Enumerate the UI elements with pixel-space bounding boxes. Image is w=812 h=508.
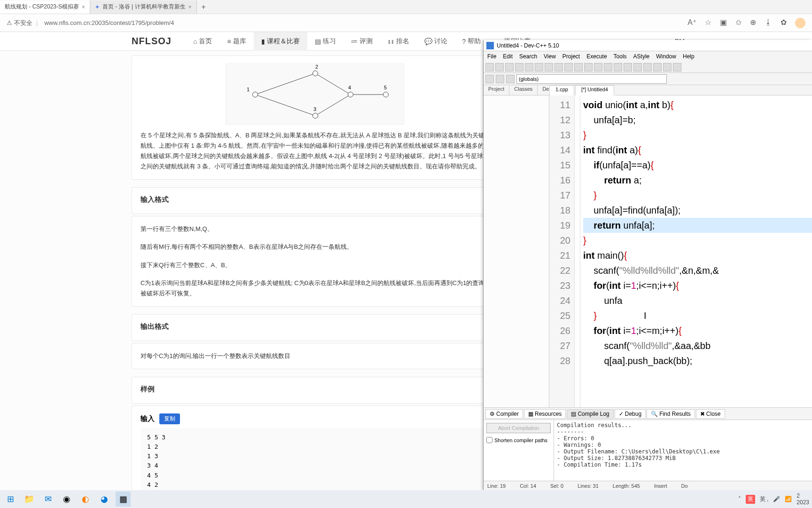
file-tab-0[interactable]: 1.cpp xyxy=(549,85,574,95)
insecure-label: 不安全 xyxy=(14,19,32,27)
system-tray[interactable]: ˄ 英 英 , 🎤 📶 22023 xyxy=(738,492,809,506)
toolbar-button[interactable] xyxy=(604,63,612,71)
toolbar-button[interactable] xyxy=(663,63,671,71)
abort-button[interactable]: Abort Compilation xyxy=(486,423,551,433)
toolbar-button[interactable] xyxy=(574,63,583,71)
star-icon[interactable]: ☆ xyxy=(705,18,711,28)
tab-title: 首页 - 洛谷 | 计算机科学教育新生 xyxy=(102,3,185,11)
toolbar-button[interactable] xyxy=(485,63,494,71)
toolbar-button[interactable] xyxy=(633,63,642,71)
menu-view[interactable]: View xyxy=(544,53,556,60)
toolbar-button[interactable] xyxy=(515,63,523,71)
titlebar[interactable]: Untitled4 - Dev-C++ 5.10 xyxy=(484,40,812,51)
mail-icon[interactable]: ✉ xyxy=(40,492,55,507)
chrome-icon[interactable]: ◉ xyxy=(59,492,74,507)
close-icon[interactable]: × xyxy=(188,4,192,10)
explorer-icon[interactable]: 📁 xyxy=(22,492,37,507)
sidebar-icon[interactable]: ▣ xyxy=(720,18,727,28)
btab-debug[interactable]: ✓ Debug xyxy=(615,409,646,419)
nav-discuss[interactable]: 💬 讨论 xyxy=(417,32,455,51)
toolbar-button[interactable] xyxy=(614,63,622,71)
toolbar-button[interactable] xyxy=(496,75,504,83)
globals-combo[interactable]: (globals) xyxy=(516,74,667,84)
toolbar-button[interactable] xyxy=(495,63,504,71)
section-title: 输出格式 xyxy=(141,322,489,331)
section-title: 样例 xyxy=(141,385,489,394)
menu-search[interactable]: Search xyxy=(519,53,537,60)
btab-resources[interactable]: ▦ Resources xyxy=(524,409,566,419)
toolbar-button[interactable] xyxy=(643,63,652,71)
toolbar-button[interactable] xyxy=(653,63,662,71)
toolbar-button[interactable] xyxy=(564,63,573,71)
code-editor[interactable]: 111213141516171819202122232425262728 voi… xyxy=(549,95,812,407)
sample-card: 样例 xyxy=(132,377,498,404)
menu-project[interactable]: Project xyxy=(562,53,580,60)
ime-indicator[interactable]: 英 xyxy=(746,495,755,504)
btab-close[interactable]: ✖ Close xyxy=(696,409,725,419)
extensions-icon[interactable]: ✿ xyxy=(781,18,787,28)
firefox-icon[interactable]: ◐ xyxy=(78,492,93,507)
network-icon[interactable]: 📶 xyxy=(785,496,792,502)
browser-tab-1[interactable]: ✦ 首页 - 洛谷 | 计算机科学教育新生 × xyxy=(90,0,196,14)
collections-icon[interactable]: ⊕ xyxy=(750,18,756,28)
profile-avatar[interactable] xyxy=(795,18,805,28)
compile-area: Abort Compilation Shorten compiler paths… xyxy=(484,420,812,481)
nav-judge[interactable]: ≔ 评测 xyxy=(344,32,380,51)
menu-astyle[interactable]: AStyle xyxy=(633,53,650,60)
devcpp-window: Untitled4 - Dev-C++ 5.10 File Edit Searc… xyxy=(483,40,812,490)
toolbar-button[interactable] xyxy=(673,63,681,71)
start-button[interactable]: ⊞ xyxy=(3,492,18,507)
menu-edit[interactable]: Edit xyxy=(503,53,513,60)
menu-tools[interactable]: Tools xyxy=(614,53,627,60)
toolbar-button[interactable] xyxy=(485,75,494,83)
tray-chevron-icon[interactable]: ˄ xyxy=(738,496,741,502)
file-tab-1[interactable]: [*] Untitled4 xyxy=(575,85,614,95)
browser-tab-0[interactable]: 航线规划 - CSP2023-S模拟赛 × xyxy=(0,0,90,14)
downloads-icon[interactable]: ⭳ xyxy=(765,18,772,28)
status-sel: Sel: 0 xyxy=(550,483,563,489)
checkbox[interactable] xyxy=(486,437,492,443)
sidetab-classes[interactable]: Classes xyxy=(509,85,538,95)
menu-help[interactable]: Help xyxy=(683,53,695,60)
code-content[interactable]: void unio(int a,int b){ unfa[a]=b; } int… xyxy=(580,95,812,407)
edge-icon[interactable]: ◕ xyxy=(97,492,112,507)
btab-compilelog[interactable]: ▤ Compile Log xyxy=(567,409,613,419)
devcpp-icon[interactable]: ▦ xyxy=(116,492,131,507)
svg-line-2 xyxy=(315,73,351,95)
new-tab-button[interactable]: + xyxy=(197,3,211,11)
copy-button[interactable]: 复制 xyxy=(159,413,180,424)
microphone-icon[interactable]: 🎤 xyxy=(773,496,780,502)
toolbar-button[interactable] xyxy=(545,63,553,71)
security-status[interactable]: ⚠ 不安全 | xyxy=(7,19,39,27)
nav-problems[interactable]: ≡ 题库 xyxy=(219,32,253,51)
toolbar-button[interactable] xyxy=(525,63,533,71)
btab-findresults[interactable]: 🔍 Find Results xyxy=(647,409,695,419)
problem-graph: 1 2 3 4 5 xyxy=(226,64,404,125)
toolbar-button[interactable] xyxy=(505,63,514,71)
toolbar-button[interactable] xyxy=(624,63,632,71)
nav-home[interactable]: ⌂ 首页 xyxy=(186,32,219,51)
toolbar-button[interactable] xyxy=(506,75,515,83)
address-bar: ⚠ 不安全 | www.nfls.com.cn:20035/contest/17… xyxy=(0,14,812,32)
menu-file[interactable]: File xyxy=(487,53,496,60)
status-done: Do xyxy=(681,483,687,489)
menu-execute[interactable]: Execute xyxy=(586,53,607,60)
menu-window[interactable]: Window xyxy=(656,53,676,60)
nav-contests[interactable]: ▮ 课程＆比赛 xyxy=(254,32,307,51)
brand-logo[interactable]: NFLSOJ xyxy=(132,36,172,47)
toolbar-button[interactable] xyxy=(535,63,543,71)
shorten-paths-checkbox[interactable]: Shorten compiler paths xyxy=(486,437,551,443)
close-icon[interactable]: × xyxy=(82,4,85,10)
toolbar-button[interactable] xyxy=(584,63,593,71)
clock[interactable]: 22023 xyxy=(796,492,809,506)
sidetab-project[interactable]: Project xyxy=(484,85,509,95)
nav-practice[interactable]: ▤ 练习 xyxy=(307,32,344,51)
toolbar-button[interactable] xyxy=(554,63,563,71)
nav-ranking[interactable]: ⫾⫾ 排名 xyxy=(380,32,417,51)
favorites-icon[interactable]: ✩ xyxy=(735,18,742,28)
url-text[interactable]: www.nfls.com.cn:20035/contest/1795/probl… xyxy=(44,19,174,26)
ime-lang[interactable]: 英 , xyxy=(760,495,769,503)
text-size-icon[interactable]: A⁺ xyxy=(687,18,696,28)
btab-compiler[interactable]: ⚙ Compiler xyxy=(485,409,523,419)
toolbar-button[interactable] xyxy=(594,63,602,71)
